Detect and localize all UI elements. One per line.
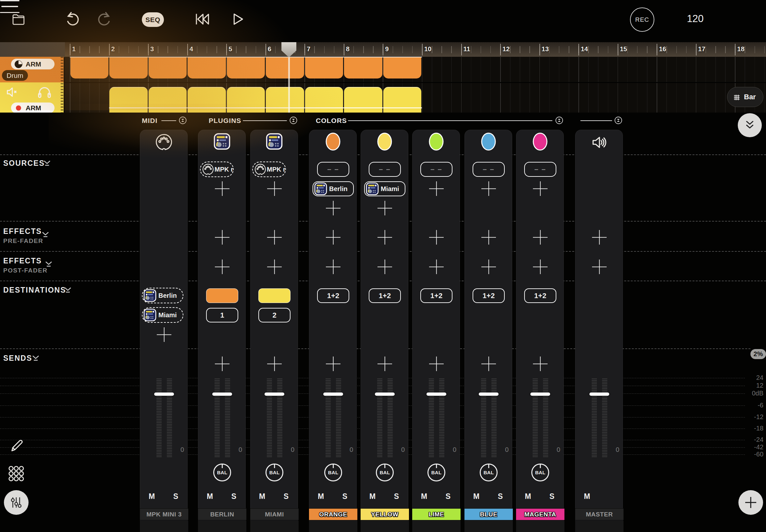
mute-button[interactable]: M (584, 492, 590, 501)
arrangement-lanes[interactable] (65, 57, 766, 113)
source-empty-slot[interactable]: – – (473, 162, 505, 177)
clip-segment[interactable] (266, 87, 304, 113)
clip-segment[interactable] (383, 87, 422, 113)
volume-fader[interactable] (212, 393, 232, 396)
plugin-app-icon[interactable] (213, 133, 230, 150)
clip-segment[interactable] (227, 87, 265, 113)
collapse-destinations-icon[interactable] (64, 287, 72, 293)
channel-name[interactable]: ORANGE (309, 508, 357, 520)
add-send-button[interactable] (215, 357, 229, 371)
pads-view-button[interactable] (8, 465, 25, 482)
plugin-app-icon[interactable] (266, 133, 283, 150)
add-post-fader-effect-button[interactable] (429, 260, 444, 274)
track-name-badge[interactable]: Drum (2, 70, 28, 81)
balance-knob[interactable]: BAL (428, 464, 445, 481)
channel-name[interactable]: MASTER (575, 508, 624, 520)
source-empty-slot[interactable]: – – (524, 162, 556, 177)
undo-button[interactable] (64, 10, 82, 28)
add-pre-fader-effect-button[interactable] (267, 230, 282, 245)
destination-color-swatch[interactable] (258, 288, 290, 303)
destination-slot-miami[interactable]: Miami (142, 307, 183, 323)
channel-name[interactable]: YELLOW (360, 508, 409, 520)
add-source-button[interactable] (481, 181, 496, 196)
record-button[interactable]: REC (630, 7, 654, 32)
channel-color-icon[interactable] (325, 133, 340, 151)
clip-segment[interactable] (227, 57, 265, 79)
solo-button[interactable]: S (231, 492, 236, 501)
add-post-fader-effect-button[interactable] (533, 260, 548, 274)
track-header-drum[interactable]: ARM Drum (0, 57, 64, 82)
add-pre-fader-effect-button[interactable] (592, 230, 607, 245)
midi-din-icon[interactable] (155, 133, 173, 151)
redo-button[interactable] (95, 10, 113, 28)
volume-fader[interactable] (427, 393, 446, 396)
volume-fader[interactable] (479, 393, 499, 396)
add-source-button[interactable] (429, 181, 444, 196)
output-channel-pill[interactable]: 1+2 (369, 288, 401, 303)
channel-color-icon[interactable] (429, 133, 444, 151)
source-empty-slot[interactable]: – – (317, 162, 349, 177)
source-slot-berlin[interactable]: Berlin (312, 181, 354, 196)
destination-slot-berlin[interactable]: Berlin (142, 288, 183, 303)
add-send-button[interactable] (326, 357, 340, 371)
add-post-fader-effect-button[interactable] (481, 260, 496, 274)
clip-segment[interactable] (383, 57, 422, 79)
track-list-scrollbar[interactable] (61, 57, 63, 113)
mute-button[interactable]: M (149, 492, 155, 501)
source-empty-slot[interactable]: – – (369, 162, 401, 177)
output-channel-pill[interactable]: 1 (206, 308, 238, 322)
clip-segment[interactable] (70, 57, 109, 79)
source-slot-midi[interactable]: MPK mi (200, 162, 234, 177)
add-source-button[interactable] (326, 201, 340, 215)
destination-color-swatch[interactable] (206, 288, 238, 303)
clip-segment[interactable] (344, 57, 382, 79)
clip-segment[interactable] (188, 87, 226, 113)
channel-color-icon[interactable] (377, 133, 392, 151)
add-send-button[interactable] (481, 357, 496, 371)
source-empty-slot[interactable]: – – (420, 162, 453, 177)
add-pre-fader-effect-button[interactable] (326, 230, 340, 245)
add-pre-fader-effect-button[interactable] (377, 230, 392, 245)
clip-segment[interactable] (266, 57, 304, 79)
output-channel-pill[interactable]: 1+2 (473, 288, 505, 303)
balance-knob[interactable]: BAL (213, 464, 231, 481)
speaker-icon[interactable] (591, 134, 607, 151)
channel-color-icon[interactable] (481, 133, 496, 151)
add-post-fader-effect-button[interactable] (326, 260, 340, 274)
arm-button-track1[interactable]: ARM (11, 59, 55, 69)
add-channel-button[interactable] (738, 490, 763, 515)
mute-button[interactable]: M (421, 492, 427, 501)
zoom-level-badge[interactable]: 2% (750, 349, 766, 359)
sequencer-toggle-button[interactable]: SEQ (142, 12, 164, 27)
volume-fader[interactable] (154, 393, 174, 396)
source-slot-midi[interactable]: MPK mi (252, 162, 286, 177)
collapse-master-group-icon[interactable] (614, 116, 623, 125)
mute-button[interactable]: M (473, 492, 480, 501)
output-channel-pill[interactable]: 1+2 (420, 288, 453, 303)
add-send-button[interactable] (533, 357, 548, 371)
volume-fader[interactable] (590, 393, 609, 396)
add-send-button[interactable] (267, 357, 282, 371)
mute-button[interactable]: M (207, 492, 213, 501)
collapse-midi-group-icon[interactable] (178, 116, 187, 125)
balance-knob[interactable]: BAL (376, 464, 394, 481)
add-source-button[interactable] (267, 181, 282, 196)
arm-button-track2[interactable]: ARM (11, 103, 55, 113)
add-source-button[interactable] (533, 181, 548, 196)
channel-color-icon[interactable] (533, 133, 547, 151)
menu-button[interactable] (0, 0, 19, 13)
balance-knob[interactable]: BAL (480, 464, 498, 481)
collapse-sources-icon[interactable] (43, 160, 51, 166)
solo-button[interactable]: S (446, 492, 451, 501)
channel-name[interactable]: BLUE (465, 508, 513, 520)
volume-fader[interactable] (530, 393, 550, 396)
add-post-fader-effect-button[interactable] (592, 260, 607, 274)
balance-knob[interactable]: BAL (265, 464, 283, 481)
collapse-effects-pre-icon[interactable] (41, 231, 50, 237)
add-source-button[interactable] (377, 201, 392, 215)
channel-name[interactable]: MIAMI (250, 508, 298, 520)
clip-segment[interactable] (305, 57, 343, 79)
mute-button[interactable]: M (318, 492, 324, 501)
add-pre-fader-effect-button[interactable] (215, 230, 229, 245)
collapse-mixer-button[interactable] (738, 113, 762, 137)
